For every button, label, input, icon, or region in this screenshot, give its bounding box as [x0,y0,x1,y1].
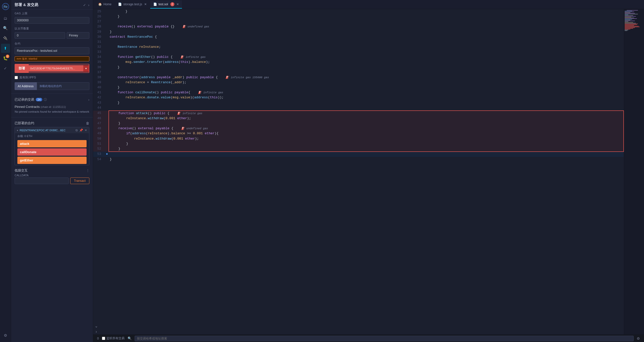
check-icon[interactable]: ✓ [83,3,86,7]
deploy-chevron-button[interactable]: ▾ [83,65,89,72]
publish-ipfs-checkbox[interactable] [15,76,18,79]
test-icon[interactable]: ✓ [1,64,10,73]
transactions-header: 已记录的交易 24 ⓘ › [11,96,93,103]
call-donate-button[interactable]: callDonate [17,148,87,156]
tab-storage-test[interactable]: 📄 storage.test.js ✕ [115,1,150,9]
table-row: 43 } [93,100,624,105]
line-code [109,19,624,24]
line-code: } [109,65,624,70]
editor-area: 🏠 Home 📄 storage.test.js ✕ 📄 test.sol 2 … [93,0,644,342]
line-code [109,39,624,45]
transactions-chevron[interactable]: › [88,98,89,102]
line-number: 54 [93,157,105,162]
settings-icon[interactable]: ⚙ [1,331,10,340]
low-level-section: 低级交互 ⋮ CALLDATA Transact [11,166,93,185]
line-number: 32 [93,45,105,50]
line-number: 44 [93,105,105,111]
line-number: 50 [93,136,105,141]
contract-item-header[interactable]: ▾ REENTRANCEPOC AT 0X88C...6EC ⧉ 📌 ✕ [15,127,89,133]
line-number: 25 [93,9,105,14]
fold-controls: ⌄ › [93,323,99,334]
low-level-info-icon[interactable]: ⋮ [86,169,89,172]
fold-button-bottom[interactable]: › [93,329,99,334]
search-tx-box[interactable] [135,336,634,341]
deploy-row: 部署 0xf21B3E4F778170c9445AEEE75... ▾ [15,64,89,73]
eth-amount-input[interactable] [15,32,65,39]
contract-copy-icon[interactable]: ⧉ [75,129,78,132]
contract-instance-name: REENTRANCEPOC AT 0X88C...6EC [20,129,74,132]
contract-close-icon[interactable]: ✕ [85,129,87,132]
search-icon[interactable]: 🔍 [1,24,10,33]
table-row: 39 reInstance = Reentrance(_addr); [93,80,624,85]
deploy-icon[interactable]: ⬆ [1,44,10,53]
line-number: 49 [93,131,105,136]
line-code [109,50,624,55]
minimap-content [624,9,644,32]
code-lines-container[interactable]: 25 } 26 } 27 [93,9,624,334]
line-number: 37 [93,70,105,75]
line-number: 47 [93,121,105,126]
transactions-title: 已记录的交易 [15,97,34,102]
low-level-header: 低级交互 ⋮ [15,168,89,173]
table-row: 51 } [93,141,624,146]
at-address-button[interactable]: At Address [15,82,37,90]
line-code: receive() external payable {} ⛽ undefine… [109,24,624,29]
svg-text:Re: Re [4,5,8,9]
deploy-address: 0xf21B3E4F778170c9445AEEE75... [29,65,83,72]
pinned-label: Pinned Contracts [15,105,40,109]
contract-select[interactable]: ReentrancePoc - tests/test.sol [15,47,89,54]
debug-badge: 2 [6,55,9,58]
contract-pin-icon[interactable]: 📌 [79,129,83,132]
transactions-badge: 24 [36,98,42,101]
contract-action-icons: ⧉ 📌 ✕ [75,129,87,132]
tab-storage-close[interactable]: ✕ [144,3,147,6]
line-number: 28 [93,24,105,29]
transact-button[interactable]: Transact [70,178,89,184]
pinned-contracts-header: Pinned Contracts (chain id: 11155111) [11,103,93,109]
table-row: 28 receive() external payable {} ⛽ undef… [93,24,624,29]
line-number: 33 [93,50,105,55]
line-code: if(address(reInstance).balance >= 0.001 … [109,131,624,136]
search-icon-bottom: 🔍 [128,336,132,340]
attack-button[interactable]: attack [17,140,87,147]
line-code: constructor(address payable _addr) publi… [109,75,624,80]
line-number: 38 [93,75,105,80]
line-code: msg.sender.transfer(address(this).balanc… [109,60,624,65]
search-tx-input[interactable] [137,337,631,340]
deploy-button[interactable]: 部署 [15,64,29,72]
monitor-label: 监听所有交易 [106,336,125,340]
line-number: 53 [93,152,105,157]
line-number: 41 [93,90,105,95]
deployed-trash-icon[interactable]: 🗑 [86,121,89,125]
transactions-info-icon[interactable]: ⓘ [44,98,47,102]
line-number: 34 [93,55,105,60]
line-number: 39 [93,80,105,85]
line-number: 26 [93,14,105,19]
evm-badge: evm 版本: istanbul [15,56,89,61]
line-code: } [109,146,624,152]
tab-test-sol[interactable]: 📄 test.sol 2 ✕ [150,1,182,9]
debug-icon[interactable]: 🐛 2 [1,54,10,63]
tab-test-sol-close[interactable]: ✕ [176,3,179,6]
at-address-link[interactable]: 加载此地址的合约 [37,82,89,90]
settings-icon-bottom[interactable]: ⚙ [637,336,640,340]
get-ether-button[interactable]: getEther [17,157,87,164]
eth-unit-select[interactable]: Wei Gwei Finney Ether [67,32,89,39]
table-row: 46 reInstance.withdraw(0.001 ether); [93,116,624,121]
table-row: 34 function getEther() public { ⛽ infini… [93,55,624,60]
fold-button-top[interactable]: ⌄ [93,323,99,329]
tab-home-label: Home [103,3,111,6]
files-icon[interactable]: 🗂 [1,14,10,23]
gas-limit-input[interactable] [15,17,89,24]
monitor-checkbox[interactable] [102,337,105,340]
table-row: 38 constructor(address payable _addr) pu… [93,75,624,80]
low-level-title: 低级交互 [15,168,28,173]
line-code: } [109,85,624,90]
tab-home[interactable]: 🏠 Home [95,1,115,9]
forward-icon[interactable]: › [88,3,89,7]
contract-expand-icon: ▾ [17,129,18,132]
line-code: reInstance.withdraw(0.001 ether); [109,136,624,141]
plugin-icon[interactable]: 🔌 [1,34,10,43]
calldata-input[interactable] [15,178,69,184]
table-row: 29 } [93,29,624,34]
